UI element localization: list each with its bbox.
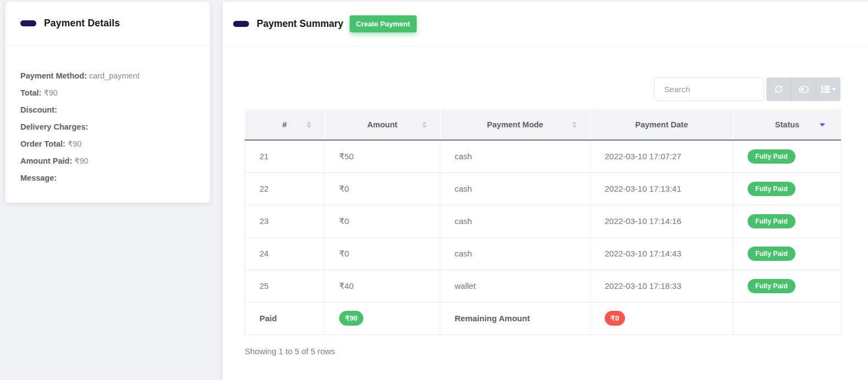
remaining-amount-badge: ₹0 bbox=[605, 311, 625, 326]
accent-pill-icon bbox=[20, 20, 36, 26]
cell-id: 22 bbox=[245, 172, 325, 205]
field-label: Total: bbox=[20, 88, 41, 97]
sort-icon[interactable] bbox=[572, 121, 577, 128]
cell-amount: ₹40 bbox=[325, 270, 440, 302]
sort-icon[interactable] bbox=[307, 121, 311, 128]
field-delivery-charges: Delivery Charges: bbox=[20, 121, 195, 132]
field-value: ₹90 bbox=[43, 88, 57, 97]
cell-mode: cash bbox=[440, 140, 590, 172]
status-filter-caret-icon[interactable] bbox=[820, 123, 825, 126]
field-payment-method: Payment Method: card_payment bbox=[20, 70, 195, 81]
cell-status: Fully Paid bbox=[733, 237, 841, 270]
sort-icon[interactable] bbox=[422, 121, 427, 128]
cell-date: 2022-03-10 17:13:41 bbox=[590, 172, 733, 205]
payment-summary-panel: Payment Summary Create Payment bbox=[223, 2, 868, 380]
table-row: 25 ₹40 wallet 2022-03-10 17:18:33 Fully … bbox=[245, 270, 841, 302]
column-label: Payment Mode bbox=[487, 120, 543, 129]
cell-mode: wallet bbox=[440, 270, 590, 302]
table-row: 21 ₹50 cash 2022-03-10 17:07:27 Fully Pa… bbox=[245, 140, 841, 172]
cell-mode: cash bbox=[440, 172, 590, 205]
field-label: Order Total: bbox=[20, 139, 65, 148]
cell-date: 2022-03-10 17:18:33 bbox=[590, 270, 733, 302]
cell-status: Fully Paid bbox=[733, 172, 841, 205]
field-value: ₹90 bbox=[74, 157, 88, 165]
field-discount: Discount: bbox=[20, 104, 195, 115]
status-badge: Fully Paid bbox=[748, 149, 795, 164]
columns-icon bbox=[821, 86, 830, 93]
refresh-button[interactable] bbox=[766, 77, 791, 101]
paid-amount-badge: ₹90 bbox=[339, 311, 363, 326]
field-total: Total: ₹90 bbox=[20, 87, 195, 98]
summary-row: Paid ₹90 Remaining Amount ₹0 bbox=[245, 302, 841, 334]
table-row: 22 ₹0 cash 2022-03-10 17:13:41 Fully Pai… bbox=[245, 172, 841, 205]
payment-details-header: Payment Details bbox=[5, 2, 210, 46]
column-header-payment-date: Payment Date bbox=[590, 109, 733, 140]
paid-label: Paid bbox=[245, 302, 325, 334]
table-row: 23 ₹0 cash 2022-03-10 17:14:16 Fully Pai… bbox=[245, 205, 841, 237]
cell-id: 25 bbox=[245, 270, 325, 302]
payment-details-title: Payment Details bbox=[44, 18, 120, 29]
cell-date: 2022-03-10 17:14:16 bbox=[590, 205, 733, 237]
column-label: Payment Date bbox=[635, 120, 688, 129]
payment-summary-title: Payment Summary bbox=[257, 18, 344, 30]
pagination-summary: Showing 1 to 5 of 5 rows bbox=[245, 347, 335, 356]
search-input[interactable] bbox=[654, 77, 764, 101]
cell-date: 2022-03-10 17:07:27 bbox=[590, 140, 733, 172]
toggle-view-button[interactable] bbox=[791, 77, 816, 101]
cell-date: 2022-03-10 17:14:43 bbox=[590, 237, 733, 270]
cell-status: Fully Paid bbox=[733, 140, 841, 172]
refresh-icon bbox=[775, 85, 783, 93]
status-badge: Fully Paid bbox=[748, 214, 795, 228]
remaining-amount-label: Remaining Amount bbox=[440, 302, 590, 334]
cell-mode: cash bbox=[440, 237, 590, 270]
field-amount-paid: Amount Paid: ₹90 bbox=[20, 155, 195, 166]
table-toolbar-button-group bbox=[766, 77, 841, 101]
field-label: Discount: bbox=[20, 105, 57, 114]
column-label: # bbox=[282, 120, 286, 129]
payment-details-body: Payment Method: card_payment Total: ₹90 … bbox=[5, 46, 210, 183]
column-header-payment-mode[interactable]: Payment Mode bbox=[440, 109, 590, 140]
cell-amount: ₹0 bbox=[325, 237, 440, 270]
field-label: Delivery Charges: bbox=[20, 122, 88, 131]
field-order-total: Order Total: ₹90 bbox=[20, 138, 195, 149]
table-toolbar bbox=[654, 77, 841, 101]
column-header-amount[interactable]: Amount bbox=[325, 109, 440, 140]
payments-table: # Amount Payment Mode Payment Date bbox=[245, 109, 841, 335]
field-value: card_payment bbox=[89, 71, 140, 80]
column-label: Status bbox=[775, 120, 799, 129]
cell-mode: cash bbox=[440, 205, 590, 237]
column-header-id[interactable]: # bbox=[245, 109, 325, 140]
table-header-row: # Amount Payment Mode Payment Date bbox=[245, 109, 841, 140]
cell-id: 21 bbox=[245, 140, 325, 172]
status-badge: Fully Paid bbox=[748, 247, 795, 261]
column-label: Amount bbox=[367, 120, 397, 129]
payment-summary-header: Payment Summary Create Payment bbox=[223, 2, 868, 47]
cell-status: Fully Paid bbox=[733, 270, 841, 302]
field-label: Amount Paid: bbox=[20, 157, 72, 165]
remaining-amount-cell: ₹0 bbox=[590, 302, 733, 334]
status-badge: Fully Paid bbox=[748, 182, 795, 196]
toggle-icon bbox=[799, 86, 809, 93]
paid-amount-cell: ₹90 bbox=[325, 302, 440, 334]
cell-id: 24 bbox=[245, 237, 325, 270]
cell-amount: ₹0 bbox=[325, 205, 440, 237]
cell-amount: ₹0 bbox=[325, 172, 440, 205]
table-row: 24 ₹0 cash 2022-03-10 17:14:43 Fully Pai… bbox=[245, 237, 841, 270]
field-label: Payment Method: bbox=[20, 71, 87, 80]
field-value: ₹90 bbox=[68, 139, 81, 148]
cell-status: Fully Paid bbox=[733, 205, 841, 237]
empty-status-cell bbox=[733, 302, 841, 334]
columns-dropdown-button[interactable] bbox=[816, 77, 841, 101]
column-header-status: Status bbox=[733, 109, 841, 140]
create-payment-button[interactable]: Create Payment bbox=[350, 15, 417, 32]
cell-id: 23 bbox=[245, 205, 325, 237]
chevron-down-icon bbox=[832, 88, 836, 91]
payment-details-card: Payment Details Payment Method: card_pay… bbox=[5, 2, 210, 203]
status-badge: Fully Paid bbox=[748, 279, 795, 293]
field-message: Message: bbox=[20, 172, 195, 183]
cell-amount: ₹50 bbox=[325, 140, 440, 172]
field-label: Message: bbox=[20, 174, 57, 182]
accent-pill-icon bbox=[233, 21, 249, 27]
